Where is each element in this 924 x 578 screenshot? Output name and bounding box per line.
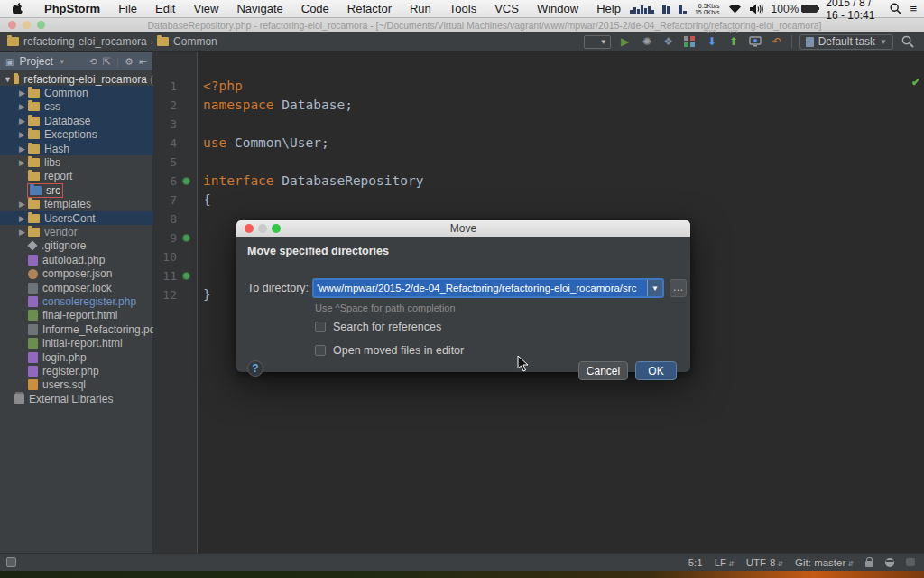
- open-moved-files-checkbox[interactable]: Open moved files in editor: [315, 344, 464, 357]
- browse-button[interactable]: …: [670, 279, 687, 297]
- tree-item-common[interactable]: ▶Common: [0, 86, 153, 99]
- volume-icon[interactable]: [750, 4, 763, 14]
- tree-item-register[interactable]: register.php: [0, 364, 153, 378]
- dialog-zoom-icon[interactable]: [272, 224, 281, 233]
- minimize-window-icon[interactable]: [23, 21, 31, 29]
- tree-item-exceptions[interactable]: ▶Exceptions: [0, 128, 153, 142]
- tree-item-vendor[interactable]: ▶vendor: [0, 225, 153, 238]
- expand-arrow-icon[interactable]: ▶: [16, 144, 28, 154]
- vcs-update-icon[interactable]: VCS⬇: [705, 34, 719, 49]
- tree-item-src[interactable]: src: [0, 183, 153, 197]
- menu-edit[interactable]: Edit: [146, 2, 184, 15]
- implemented-marker-icon[interactable]: [182, 272, 190, 280]
- memory-widget[interactable]: [662, 4, 670, 14]
- tree-item-login[interactable]: login.php: [0, 350, 153, 364]
- expand-arrow-icon[interactable]: ▶: [16, 130, 28, 139]
- notification-center-icon[interactable]: ≡: [910, 2, 917, 15]
- implemented-marker-icon[interactable]: [182, 177, 190, 185]
- expand-arrow-icon[interactable]: ▶: [16, 214, 28, 223]
- expand-arrow-icon[interactable]: ▶: [16, 158, 28, 167]
- zoom-window-icon[interactable]: [37, 21, 45, 29]
- tree-item-css[interactable]: ▶css: [0, 100, 153, 114]
- collapse-all-icon[interactable]: ⇱: [103, 56, 111, 68]
- breadcrumb-common[interactable]: Common: [157, 35, 217, 48]
- implemented-marker-icon[interactable]: [182, 234, 190, 242]
- spotlight-search-icon[interactable]: [890, 3, 901, 14]
- tree-item-users-sql[interactable]: users.sql: [0, 378, 153, 392]
- network-speed-widget[interactable]: 6.5Kb/s 15.0Kb/s: [695, 3, 720, 15]
- expand-arrow-icon[interactable]: ▶: [16, 200, 28, 209]
- tree-item-hash[interactable]: ▶Hash: [0, 142, 153, 155]
- inspection-status-icon[interactable]: ✔: [911, 76, 920, 89]
- diagram-icon[interactable]: [683, 34, 698, 49]
- settings-layers-icon[interactable]: ❖: [661, 34, 676, 49]
- menu-file[interactable]: File: [109, 2, 146, 15]
- tree-item-final-report[interactable]: final-report.html: [0, 309, 153, 322]
- expand-arrow-icon[interactable]: ▶: [16, 89, 28, 98]
- tree-item-templates[interactable]: ▶templates: [0, 198, 153, 211]
- tree-item-initial-report[interactable]: initial-report.html: [0, 336, 153, 350]
- battery-indicator[interactable]: 100%: [772, 3, 818, 15]
- tree-item-composer-lock[interactable]: composer.lock: [0, 281, 153, 294]
- dialog-title-bar[interactable]: Move: [236, 220, 690, 237]
- sync-icon[interactable]: ⟲: [89, 56, 97, 68]
- cpu-history-widget[interactable]: [630, 4, 654, 14]
- tree-item-composer-json[interactable]: composer.json: [0, 266, 153, 280]
- toolwindow-switcher-icon[interactable]: [6, 557, 16, 567]
- menu-phpstorm[interactable]: PhpStorm: [35, 2, 109, 15]
- hector-inspector-icon[interactable]: [885, 558, 894, 567]
- tree-item-root[interactable]: ▼ refactoring-eloi_rocamora (: [0, 72, 153, 86]
- expand-arrow-icon[interactable]: ▶: [16, 117, 28, 126]
- apple-menu-icon[interactable]: [13, 3, 23, 14]
- gear-icon[interactable]: ⚙: [125, 56, 134, 68]
- run-icon[interactable]: ▶: [618, 34, 633, 49]
- vcs-changes-icon[interactable]: [748, 34, 762, 49]
- tree-item-report[interactable]: report: [0, 170, 153, 183]
- search-everywhere-icon[interactable]: [901, 34, 915, 49]
- wifi-icon[interactable]: [728, 4, 742, 14]
- ok-button[interactable]: OK: [635, 361, 677, 380]
- expand-arrow-icon[interactable]: ▶: [16, 228, 28, 237]
- dialog-close-icon[interactable]: [245, 224, 254, 233]
- collapse-arrow-icon[interactable]: ▼: [2, 75, 14, 84]
- caret-position[interactable]: 5:1: [688, 557, 703, 568]
- menu-view[interactable]: View: [184, 2, 227, 15]
- combobox-dropdown-icon[interactable]: ▼: [647, 280, 662, 296]
- expand-arrow-icon[interactable]: ▶: [16, 102, 28, 111]
- menu-bar-clock[interactable]: 2015 / 8 / 16 - 10:41: [826, 0, 882, 22]
- event-log-icon[interactable]: [906, 558, 915, 566]
- encoding-selector[interactable]: UTF-8⇵: [746, 557, 783, 568]
- checkbox-icon[interactable]: [315, 345, 326, 356]
- search-for-references-checkbox[interactable]: Search for references: [315, 321, 441, 333]
- tree-item-userscont[interactable]: ▶UsersCont: [0, 211, 153, 225]
- menu-help[interactable]: Help: [587, 2, 630, 15]
- checkbox-icon[interactable]: [315, 322, 326, 332]
- tree-item-libs[interactable]: ▶libs: [0, 155, 153, 169]
- close-window-icon[interactable]: [8, 21, 16, 29]
- task-dropdown[interactable]: Default task ▼: [799, 34, 893, 50]
- coverage-icon[interactable]: ✺: [640, 34, 654, 49]
- tree-item-gitignore[interactable]: .gitignore: [0, 239, 153, 253]
- chevron-down-icon[interactable]: ▼: [59, 58, 66, 66]
- tree-item-autoload[interactable]: autoload.php: [0, 253, 153, 266]
- tree-item-consoleregister[interactable]: consoleregister.php: [0, 294, 153, 308]
- readonly-lock-icon[interactable]: [865, 561, 873, 567]
- disk-widget[interactable]: [679, 4, 687, 14]
- menu-tools[interactable]: Tools: [440, 2, 485, 15]
- menu-window[interactable]: Window: [528, 2, 587, 15]
- cancel-button[interactable]: Cancel: [578, 361, 628, 380]
- menu-refactor[interactable]: Refactor: [338, 2, 401, 15]
- directory-combobox[interactable]: 'www/mpwar/2015-2/de-04_Refactoring/refa…: [312, 278, 664, 298]
- run-config-dropdown[interactable]: ▼: [584, 35, 611, 49]
- revert-icon[interactable]: ↶: [770, 34, 784, 49]
- git-branch-selector[interactable]: Git: master⇵: [795, 557, 854, 568]
- hide-panel-icon[interactable]: ⇤: [139, 56, 147, 68]
- menu-code[interactable]: Code: [292, 2, 338, 15]
- tree-item-external-libraries[interactable]: External Libraries: [0, 392, 153, 406]
- menu-navigate[interactable]: Navigate: [227, 2, 291, 15]
- line-separator-selector[interactable]: LF⇵: [715, 557, 735, 568]
- tree-item-database[interactable]: ▶Database: [0, 114, 153, 127]
- menu-run[interactable]: Run: [401, 2, 440, 15]
- menu-vcs[interactable]: VCS: [485, 2, 528, 15]
- vcs-commit-icon[interactable]: VCS⬆: [726, 34, 741, 49]
